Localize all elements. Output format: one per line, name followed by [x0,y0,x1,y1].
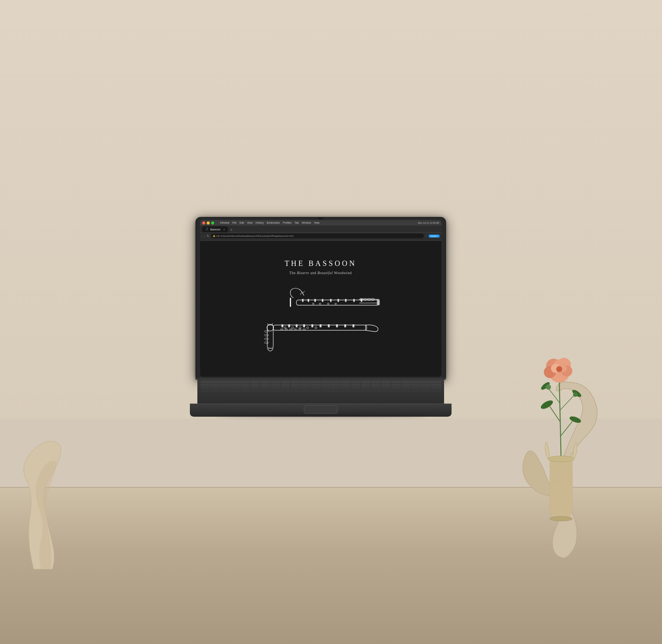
active-tab[interactable]: 🎵 Bassoon ✕ [202,226,228,232]
subtitle-part2: and [309,271,317,275]
refresh-button[interactable]: ↻ [207,234,210,238]
key [341,386,350,389]
menu-help[interactable]: Help [314,221,319,224]
laptop-lid: Chrome File Edit View History Bookmarks … [195,217,446,380]
menu-profiles[interactable]: Profiles [283,221,292,224]
tab-close-btn[interactable]: ✕ [223,228,225,231]
key [371,381,381,383]
update-button[interactable]: Update ! [429,234,440,237]
key [391,386,401,389]
key [341,384,350,386]
menu-bookmarks[interactable]: Bookmarks [267,221,280,224]
key [351,384,360,386]
key [291,386,300,389]
key [391,384,401,386]
svg-rect-68 [294,329,296,330]
key [421,384,431,386]
key [210,381,219,383]
svg-point-21 [550,516,572,521]
key [271,384,280,386]
svg-line-0 [559,377,561,459]
key [200,384,210,386]
tab-bar: 🎵 Bassoon ✕ + [200,226,441,232]
laptop-base [190,379,452,417]
menu-window[interactable]: Window [302,221,311,224]
new-tab-button[interactable]: + [228,227,235,232]
key [230,381,240,383]
key [361,384,370,386]
key [240,386,250,389]
key [261,386,270,389]
screen-bezel: Chrome File Edit View History Bookmarks … [200,220,441,377]
key [381,386,391,389]
menu-view[interactable]: View [247,221,253,224]
svg-rect-25 [314,299,316,302]
key [200,381,210,383]
key [331,386,340,389]
key [371,386,381,389]
subtitle-italic2: Beautiful [317,271,333,275]
bassoon-bottom-diagram [259,323,382,357]
chrome-browser-ui[interactable]: Chrome File Edit View History Bookmarks … [200,220,441,241]
maximize-button[interactable] [211,221,214,224]
back-button[interactable]: ‹ [202,234,203,238]
close-button[interactable] [202,221,205,224]
svg-rect-50 [281,324,283,327]
key [411,384,421,386]
svg-rect-24 [308,299,309,302]
svg-rect-27 [330,299,332,302]
chrome-toolbar: ‹ › ↻ 🔒 File //Users/bretthurst/Desktop/… [200,232,441,239]
key [301,381,310,383]
key [301,384,310,386]
svg-point-39 [312,303,314,304]
svg-line-1 [550,407,560,421]
svg-rect-29 [345,299,347,302]
key [250,381,260,383]
key [371,384,381,386]
menu-tab[interactable]: Tab [295,221,299,224]
menu-file[interactable]: File [232,221,236,224]
tab-title: Bassoon [210,228,221,231]
key [331,381,340,383]
key [291,384,300,386]
svg-rect-59 [352,324,354,327]
svg-point-10 [573,392,578,397]
trackpad[interactable] [304,405,338,414]
menu-edit[interactable]: Edit [240,221,244,224]
forward-button[interactable]: › [204,234,206,238]
key [271,381,280,383]
svg-rect-66 [285,329,287,330]
url-text: File //Users/bretthurst/Desktop/Bassoon%… [216,235,293,237]
key [230,384,240,386]
svg-rect-57 [336,324,338,327]
minimize-button[interactable] [207,221,210,224]
bookmark-icon[interactable]: ☆ [425,234,428,237]
key [431,384,441,386]
svg-point-9 [546,384,551,390]
svg-rect-53 [303,324,305,327]
svg-rect-30 [353,299,355,302]
traffic-lights [202,221,214,224]
app-name: Chrome [220,221,230,224]
svg-rect-54 [311,324,313,327]
svg-rect-28 [338,299,339,302]
page-subtitle: The Bizarre and Beautiful Woodwind [289,271,352,275]
key [250,386,260,389]
key [401,384,410,386]
address-bar[interactable]: 🔒 File //Users/bretthurst/Desktop/Bassoo… [211,233,424,238]
key [421,381,431,383]
menu-history[interactable]: History [256,221,264,224]
key [311,386,320,389]
system-icons: Mon Jul 12 11:48 AM [418,222,439,224]
svg-point-45 [267,324,274,331]
key [321,381,330,383]
key [311,384,320,386]
svg-line-4 [560,395,574,410]
key [351,381,360,383]
bassoon-diagram [259,284,382,358]
key [301,386,310,389]
svg-rect-69 [299,329,301,330]
key [220,386,230,389]
svg-rect-48 [265,338,268,340]
key [210,386,219,389]
